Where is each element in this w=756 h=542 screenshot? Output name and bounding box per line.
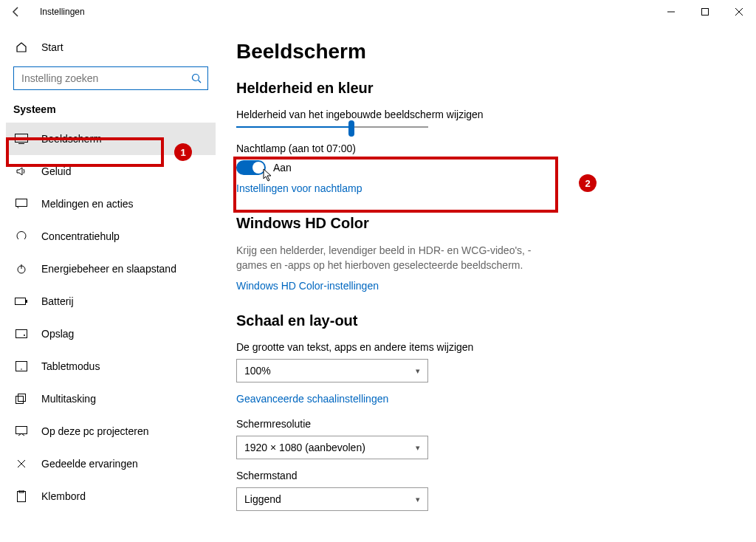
notifications-icon	[13, 199, 30, 209]
svg-rect-16	[18, 394, 26, 402]
clipboard-icon	[13, 490, 30, 502]
orientation-label: Schermstand	[236, 470, 726, 481]
sidebar-item-notifications[interactable]: Meldingen en acties	[6, 188, 216, 220]
svg-rect-6	[16, 199, 27, 207]
svg-rect-11	[16, 330, 27, 338]
search-icon	[191, 73, 202, 83]
scale-size-dropdown[interactable]: 100% ▾	[236, 359, 428, 383]
svg-point-12	[24, 335, 25, 336]
sidebar-item-label: Multitasking	[41, 393, 96, 405]
category-title: Systeem	[6, 100, 216, 123]
scale-heading: Schaal en lay-out	[236, 312, 726, 329]
slider-thumb[interactable]	[348, 120, 354, 137]
sidebar-item-label: Geluid	[41, 165, 71, 177]
back-button[interactable]	[7, 7, 25, 17]
sidebar-item-label: Beeldscherm	[41, 133, 102, 145]
sidebar-item-power[interactable]: Energiebeheer en slaapstand	[6, 253, 216, 285]
projecting-icon	[13, 426, 30, 436]
svg-point-2	[193, 75, 199, 81]
multitasking-icon	[13, 394, 30, 404]
resolution-value: 1920 × 1080 (aanbevolen)	[244, 442, 365, 453]
slider-label: Helderheid van het ingebouwde beeldscher…	[236, 109, 726, 120]
brightness-slider[interactable]	[236, 126, 428, 128]
tablet-icon	[13, 361, 30, 371]
battery-icon	[13, 297, 30, 306]
svg-rect-9	[16, 298, 26, 305]
annotation-badge-2: 2	[579, 174, 597, 192]
sidebar-item-label: Opslag	[41, 328, 74, 340]
svg-rect-15	[16, 397, 24, 404]
home-label: Start	[41, 41, 63, 53]
sidebar-item-clipboard[interactable]: Klembord	[6, 480, 216, 512]
sidebar-item-tablet[interactable]: Tabletmodus	[6, 350, 216, 383]
nightlight-label: Nachtlamp (aan tot 07:00)	[236, 143, 726, 154]
resolution-label: Schermresolutie	[236, 418, 726, 430]
sound-icon	[13, 165, 30, 177]
hdcolor-heading: Windows HD Color	[236, 215, 726, 232]
sidebar-item-label: Klembord	[41, 490, 86, 502]
chevron-down-icon: ▾	[416, 443, 420, 453]
chevron-down-icon: ▾	[416, 495, 420, 504]
hdcolor-link[interactable]: Windows HD Color-instellingen	[236, 280, 726, 292]
sidebar-item-focus[interactable]: Concentratiehulp	[6, 220, 216, 253]
window-title: Instellingen	[25, 7, 85, 17]
svg-rect-17	[16, 427, 27, 434]
page-title: Beeldscherm	[236, 40, 726, 64]
svg-rect-4	[16, 134, 28, 143]
minimize-button[interactable]	[654, 0, 688, 24]
close-button[interactable]	[722, 0, 756, 24]
maximize-button[interactable]	[688, 0, 722, 24]
brightness-heading: Helderheid en kleur	[236, 80, 726, 97]
orientation-value: Liggend	[244, 493, 281, 505]
sidebar-item-shared[interactable]: Gedeelde ervaringen	[6, 447, 216, 480]
sidebar-item-label: Energiebeheer en slaapstand	[41, 263, 176, 275]
search-input[interactable]	[20, 72, 191, 85]
main-panel: Beeldscherm Helderheid en kleur Helderhe…	[221, 24, 756, 542]
svg-point-14	[21, 368, 22, 370]
power-icon	[13, 263, 30, 275]
sidebar-item-label: Meldingen en acties	[41, 198, 134, 210]
focus-icon	[13, 230, 30, 242]
svg-rect-10	[26, 300, 27, 303]
orientation-dropdown[interactable]: Liggend ▾	[236, 487, 428, 511]
sidebar-item-label: Op deze pc projecteren	[41, 425, 149, 437]
sidebar: Start Systeem Beeldscherm Geluid Melding…	[0, 24, 221, 542]
nightlight-settings-link[interactable]: Instellingen voor nachtlamp	[236, 182, 726, 194]
home-button[interactable]: Start	[6, 32, 216, 62]
sidebar-item-label: Batterij	[41, 295, 74, 307]
toggle-state: Aan	[273, 162, 292, 174]
nightlight-toggle[interactable]	[236, 160, 266, 175]
search-box[interactable]	[13, 66, 208, 90]
scale-size-value: 100%	[244, 365, 271, 377]
display-icon	[13, 134, 30, 144]
chevron-down-icon: ▾	[416, 366, 420, 376]
advanced-scaling-link[interactable]: Geavanceerde schaalinstellingen	[236, 393, 726, 405]
sidebar-item-multitasking[interactable]: Multitasking	[6, 383, 216, 415]
annotation-badge-1: 1	[174, 143, 192, 161]
sidebar-item-label: Tabletmodus	[41, 360, 100, 372]
storage-icon	[13, 329, 30, 338]
hdcolor-description: Krijg een helderder, levendiger beeld in…	[236, 244, 561, 272]
sidebar-item-projecting[interactable]: Op deze pc projecteren	[6, 415, 216, 447]
sidebar-item-label: Concentratiehulp	[41, 230, 120, 242]
svg-line-3	[199, 80, 202, 83]
svg-rect-1	[702, 9, 709, 16]
sidebar-item-storage[interactable]: Opslag	[6, 318, 216, 350]
sidebar-item-battery[interactable]: Batterij	[6, 285, 216, 318]
resolution-dropdown[interactable]: 1920 × 1080 (aanbevolen) ▾	[236, 436, 428, 459]
sidebar-item-label: Gedeelde ervaringen	[41, 458, 138, 470]
titlebar: Instellingen	[0, 0, 756, 24]
shared-icon	[13, 458, 30, 470]
home-icon	[13, 41, 30, 53]
scale-size-label: De grootte van tekst, apps en andere ite…	[236, 341, 726, 353]
svg-rect-18	[18, 492, 26, 502]
